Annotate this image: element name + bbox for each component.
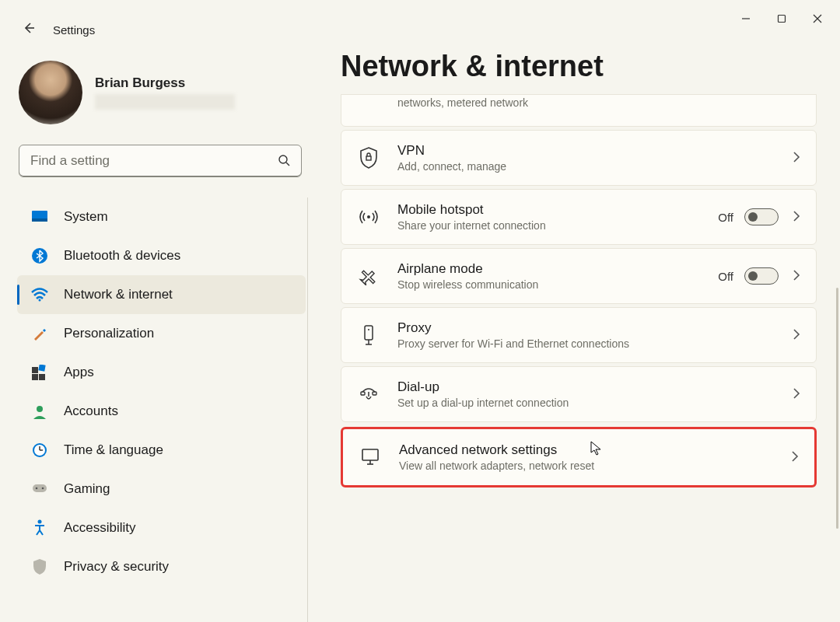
sidebar-nav: System Bluetooth & devices Network & int… [17, 197, 308, 622]
hotspot-icon [357, 208, 380, 225]
chevron-right-icon [789, 388, 800, 401]
svg-rect-33 [362, 449, 378, 460]
airplane-icon [357, 267, 380, 285]
sidebar-item-label: Time & language [64, 442, 163, 458]
chevron-right-icon [788, 451, 799, 464]
svg-point-22 [42, 487, 44, 490]
card-sub: Proxy server for Wi-Fi and Ethernet conn… [397, 337, 772, 350]
svg-rect-30 [361, 392, 365, 395]
minimize-button[interactable] [728, 6, 764, 31]
svg-line-6 [286, 162, 289, 166]
accessibility-icon [31, 519, 48, 536]
svg-rect-31 [373, 392, 376, 395]
chevron-right-icon [789, 152, 800, 165]
wifi-icon [31, 286, 48, 303]
scrollbar[interactable] [836, 288, 838, 529]
bluetooth-icon [31, 247, 48, 264]
card-title: Airplane mode [397, 261, 701, 277]
search-box[interactable] [19, 145, 302, 177]
app-title: Settings [53, 23, 95, 37]
sidebar-item-label: Accounts [64, 404, 118, 419]
apps-icon [31, 364, 48, 381]
sidebar-item-label: Network & internet [64, 287, 173, 302]
sidebar-item-personalization[interactable]: Personalization [17, 314, 306, 353]
sidebar-item-label: Accessibility [64, 520, 136, 536]
maximize-button[interactable] [764, 6, 800, 31]
sidebar-item-system[interactable]: System [17, 197, 306, 236]
system-icon [31, 208, 48, 225]
svg-rect-11 [32, 367, 38, 373]
sidebar-item-gaming[interactable]: Gaming [17, 470, 306, 508]
svg-rect-12 [38, 365, 45, 372]
setting-card-dialup[interactable]: Dial-up Set up a dial-up internet connec… [341, 366, 817, 422]
sidebar-item-network[interactable]: Network & internet [17, 275, 306, 314]
card-sub: networks, metered network [397, 96, 800, 109]
svg-rect-13 [32, 374, 38, 380]
vpn-icon [357, 147, 380, 169]
sidebar-item-privacy[interactable]: Privacy & security [17, 547, 306, 586]
sidebar-item-apps[interactable]: Apps [17, 353, 306, 392]
setting-card-airplane[interactable]: Airplane mode Stop wireless communicatio… [341, 248, 817, 304]
card-sub: Add, connect, manage [397, 160, 772, 173]
svg-point-25 [367, 215, 370, 218]
chevron-right-icon [789, 211, 800, 224]
svg-rect-1 [779, 16, 786, 23]
setting-card-partial[interactable]: networks, metered network [341, 94, 817, 127]
setting-card-advanced[interactable]: Advanced network settings View all netwo… [343, 429, 814, 485]
gaming-icon [31, 480, 48, 498]
setting-card-hotspot[interactable]: Mobile hotspot Share your internet conne… [341, 189, 817, 245]
sidebar-item-accessibility[interactable]: Accessibility [17, 508, 306, 547]
card-title: Dial-up [397, 379, 772, 395]
svg-point-5 [279, 156, 287, 163]
card-sub: Set up a dial-up internet connection [397, 397, 772, 409]
svg-point-15 [37, 406, 43, 412]
sidebar-item-bluetooth[interactable]: Bluetooth & devices [17, 236, 306, 275]
sidebar-item-label: Privacy & security [64, 559, 169, 575]
sidebar-item-time[interactable]: Time & language [17, 431, 306, 470]
svg-point-27 [368, 329, 369, 330]
setting-card-proxy[interactable]: Proxy Proxy server for Wi-Fi and Etherne… [341, 307, 817, 363]
profile-name: Brian Burgess [95, 75, 235, 91]
sidebar-item-label: Personalization [64, 326, 154, 341]
search-input[interactable] [30, 153, 278, 169]
toggle-state: Off [718, 211, 733, 224]
hotspot-toggle[interactable] [744, 208, 779, 225]
page-title: Network & internet [341, 50, 817, 83]
airplane-toggle[interactable] [744, 267, 779, 285]
chevron-right-icon [789, 270, 800, 283]
sidebar-item-label: Bluetooth & devices [64, 248, 180, 264]
chevron-right-icon [789, 329, 800, 342]
avatar [19, 61, 82, 124]
svg-point-21 [36, 487, 38, 490]
svg-point-10 [39, 299, 41, 302]
close-button[interactable] [800, 6, 835, 31]
card-title: Advanced network settings [399, 442, 771, 458]
proxy-icon [357, 324, 380, 346]
svg-rect-20 [33, 484, 47, 492]
profile-email-redacted [95, 94, 235, 110]
setting-card-vpn[interactable]: VPN Add, connect, manage [341, 130, 817, 186]
card-title: Mobile hotspot [397, 202, 701, 218]
time-icon [31, 442, 48, 459]
sidebar-item-accounts[interactable]: Accounts [17, 392, 306, 431]
svg-rect-26 [365, 326, 373, 340]
sidebar-item-label: Apps [64, 365, 94, 380]
search-icon [278, 154, 290, 169]
card-title: Proxy [397, 320, 772, 336]
svg-rect-14 [39, 374, 45, 380]
card-title: VPN [397, 143, 772, 159]
profile-block[interactable]: Brian Burgess [17, 61, 308, 124]
svg-rect-8 [32, 218, 47, 222]
back-button[interactable] [22, 21, 36, 39]
highlighted-setting: Advanced network settings View all netwo… [341, 427, 817, 487]
accounts-icon [31, 403, 48, 420]
card-sub: Stop wireless communication [397, 278, 701, 291]
card-sub: Share your internet connection [397, 219, 701, 232]
dialup-icon [357, 386, 380, 403]
sidebar-item-label: System [64, 209, 108, 225]
advanced-network-icon [359, 448, 382, 466]
sidebar-item-label: Gaming [64, 481, 110, 497]
toggle-state: Off [718, 270, 733, 283]
card-sub: View all network adapters, network reset [399, 460, 771, 472]
svg-point-23 [38, 520, 42, 524]
